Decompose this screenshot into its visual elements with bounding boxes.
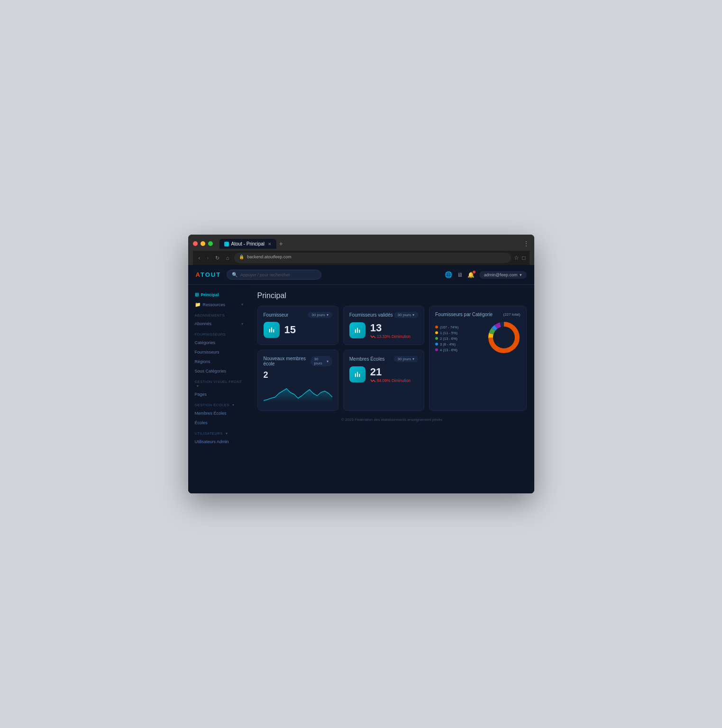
app-logo: ATOUT: [196, 271, 221, 278]
legend-dot-3: [435, 343, 438, 346]
bell-icon[interactable]: 🔔: [467, 272, 475, 278]
sidebar-label-utilisateurs-admin: Utilisateurs Admin: [195, 439, 229, 444]
globe-icon[interactable]: 🌐: [445, 271, 452, 278]
sidebar-label-fournisseurs: Fournisseurs: [195, 350, 219, 355]
sidebar-item-pages[interactable]: Pages: [188, 390, 250, 399]
search-bar[interactable]: 🔍 Appuyer / pour rechercher: [227, 270, 321, 280]
chevron-down-icon: ▾: [327, 313, 329, 317]
forward-button[interactable]: ›: [205, 254, 210, 262]
reload-button[interactable]: ↻: [213, 254, 221, 262]
grid-icon: ⊞: [195, 292, 199, 297]
sidebar-label-pages: Pages: [195, 392, 207, 397]
chevron-down-icon: ▾: [412, 313, 414, 317]
notification-badge: [473, 271, 475, 273]
active-tab[interactable]: Atout - Principal ✕: [219, 239, 276, 249]
legend-item-0: (167 - 74%): [435, 325, 458, 329]
sidebar-label-sous-categories: Sous Catégories: [195, 369, 227, 373]
card-categorie-header: Fournisseurs par Catégorie (227 total): [435, 312, 521, 317]
legend-item-1: 1 (11 - 5%): [435, 331, 458, 335]
browser-toolbar-icons: ☆ □: [514, 255, 525, 261]
section-fournisseurs: FOURNISSEURS: [188, 328, 250, 338]
footer-text: © 2023 Fédération des établissements ens…: [257, 418, 527, 422]
card-valides-body: 13 13.33% Diminution: [349, 322, 418, 339]
cast-icon[interactable]: □: [522, 255, 525, 261]
sidebar-item-ressources[interactable]: 📁 Ressources ▾: [188, 300, 250, 309]
tab-title: Atout - Principal: [231, 241, 265, 246]
dashboard-grid: Fournisseur 30 jours ▾ 15: [257, 306, 527, 411]
legend-item-4: 4 (13 - 6%): [435, 348, 458, 352]
sidebar-item-membres-ecoles[interactable]: Membres Écoles: [188, 409, 250, 418]
card-fournisseur-period[interactable]: 30 jours ▾: [308, 312, 332, 318]
back-button[interactable]: ‹: [197, 254, 202, 262]
sidebar-item-regions[interactable]: Régions: [188, 357, 250, 366]
chevron-down-icon: ▾: [327, 359, 329, 364]
card-nouveaux-period[interactable]: 30 jours ▾: [311, 356, 332, 366]
main-content: Principal Fournisseur 30 jours ▾: [250, 285, 534, 493]
legend-dot-1: [435, 331, 438, 334]
stat-value-valides: 13 13.33% Diminution: [370, 322, 411, 339]
minimize-button[interactable]: [201, 241, 205, 246]
donut-total: (227 total): [503, 312, 520, 317]
section-gestion-ecoles: GESTION ÉCOLES ▾: [188, 399, 250, 409]
search-placeholder: Appuyer / pour rechercher: [240, 273, 290, 277]
stat-change-valides: 13.33% Diminution: [370, 334, 411, 339]
menu-icon[interactable]: ⋮: [523, 240, 530, 247]
sidebar-item-utilisateurs-admin[interactable]: Utilisateurs Admin: [188, 437, 250, 446]
stat-icon-valides: [349, 322, 366, 338]
card-valides-period[interactable]: 30 jours ▾: [394, 312, 418, 318]
search-icon: 🔍: [232, 272, 238, 277]
home-button[interactable]: ⌂: [224, 254, 231, 262]
card-membres-ecoles: Membres Écoles 30 jours ▾ 21: [343, 350, 424, 411]
sidebar-item-abonnes[interactable]: Abonnés ▾: [188, 319, 250, 328]
card-fournisseurs-valides: Fournisseurs validés 30 jours ▾ 13: [343, 306, 424, 345]
stat-value-nouveaux: 2: [264, 370, 332, 380]
sidebar-item-categories[interactable]: Catégories: [188, 338, 250, 347]
maximize-button[interactable]: [208, 241, 213, 246]
user-badge[interactable]: admin@feep.com ▾: [479, 271, 527, 279]
legend-dot-0: [435, 326, 438, 328]
sidebar: ⊞ Principal 📁 Ressources ▾ ABONNEMENTS A…: [188, 285, 250, 493]
card-nouveaux-title: Nouveaux membres école: [264, 356, 311, 366]
card-fournisseur: Fournisseur 30 jours ▾ 15: [257, 306, 338, 345]
page-title: Principal: [257, 291, 527, 300]
user-email: admin@feep.com: [484, 273, 518, 277]
sidebar-label-ressources: Ressources: [203, 302, 226, 307]
donut-container: (167 - 74%) 1 (11 - 5%) 2 (13 - 6%): [435, 321, 521, 356]
stat-icon-fournisseur: [264, 322, 280, 338]
logo-a: A: [196, 271, 201, 278]
card-nouveaux-membres: Nouveaux membres école 30 jours ▾ 2: [257, 350, 338, 411]
tab-close-icon[interactable]: ✕: [268, 242, 272, 246]
sidebar-label-abonnes: Abonnés: [195, 321, 212, 326]
sidebar-item-ecoles[interactable]: Écoles: [188, 418, 250, 428]
folder-icon: 📁: [195, 302, 201, 307]
monitor-icon[interactable]: 🖥: [457, 272, 463, 278]
browser-window: Atout - Principal ✕ + ⋮ ‹ › ↻ ⌂ 🔒 backen…: [188, 235, 534, 493]
close-button[interactable]: [193, 241, 198, 246]
card-membres-period[interactable]: 30 jours ▾: [394, 356, 418, 362]
card-fournisseur-header: Fournisseur 30 jours ▾: [264, 312, 332, 318]
card-nouveaux-header: Nouveaux membres école 30 jours ▾: [264, 356, 332, 366]
chevron-down-icon: ▾: [520, 273, 522, 277]
card-categorie-title: Fournisseurs par Catégorie: [435, 312, 493, 317]
sidebar-item-fournisseurs[interactable]: Fournisseurs: [188, 347, 250, 357]
card-membres-header: Membres Écoles 30 jours ▾: [349, 356, 418, 362]
sidebar-label-ecoles: Écoles: [195, 420, 208, 425]
stat-change-membres: 84.09% Diminution: [370, 378, 411, 383]
address-input[interactable]: 🔒 backend.atoutfeep.com: [234, 253, 512, 263]
bookmark-icon[interactable]: ☆: [514, 255, 519, 261]
sidebar-item-sous-categories[interactable]: Sous Catégories: [188, 366, 250, 376]
stat-value-fournisseur: 15: [284, 324, 296, 336]
chevron-icon-abonnes: ▾: [241, 322, 243, 326]
card-membres-body: 21 84.09% Diminution: [349, 366, 418, 383]
donut-chart: [487, 321, 521, 356]
stat-value-membres: 21 84.09% Diminution: [370, 366, 411, 383]
app-layout: ⊞ Principal 📁 Ressources ▾ ABONNEMENTS A…: [188, 285, 534, 493]
sidebar-label-regions: Régions: [195, 359, 210, 364]
chevron-down-icon: ▾: [412, 357, 414, 361]
sidebar-label-membres-ecoles: Membres Écoles: [195, 411, 227, 416]
card-fournisseur-body: 15: [264, 322, 332, 338]
legend-item-2: 2 (13 - 6%): [435, 337, 458, 341]
sidebar-item-principal[interactable]: ⊞ Principal: [188, 290, 250, 300]
new-tab-button[interactable]: +: [276, 238, 286, 249]
address-bar-row: ‹ › ↻ ⌂ 🔒 backend.atoutfeep.com ☆ □: [193, 251, 530, 265]
